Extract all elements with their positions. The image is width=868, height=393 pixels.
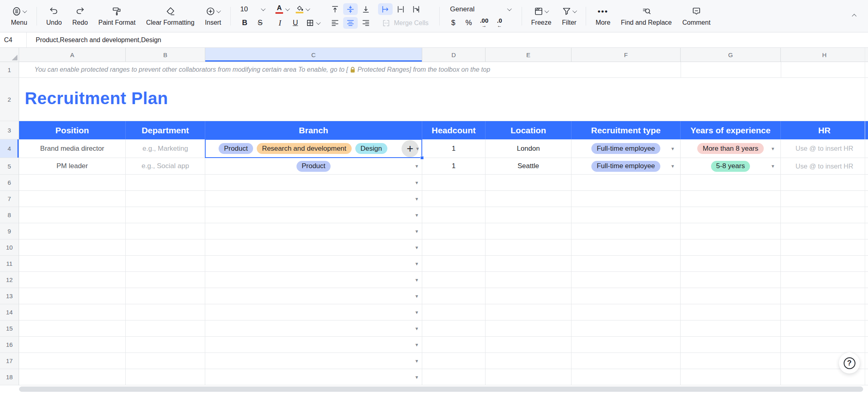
cell[interactable]	[126, 272, 205, 288]
cell[interactable]	[422, 175, 486, 191]
chevron-down-icon[interactable]: ▼	[415, 375, 419, 380]
cell[interactable]	[486, 223, 572, 239]
row-header[interactable]: 7	[0, 191, 19, 207]
column-header-f[interactable]: F	[572, 48, 681, 62]
cell[interactable]	[781, 207, 868, 223]
row-header[interactable]: 12	[0, 272, 19, 288]
row-header[interactable]: 10	[0, 239, 19, 256]
column-header-c[interactable]: C	[205, 48, 422, 62]
column-header-g[interactable]: G	[681, 48, 781, 62]
chevron-down-icon[interactable]: ▼	[670, 146, 675, 151]
chevron-down-icon[interactable]: ▼	[415, 278, 419, 282]
row-header[interactable]: 3	[0, 121, 19, 139]
cell-branch[interactable]: ▼	[205, 256, 422, 272]
formula-input[interactable]: Product,Research and development,Design	[27, 36, 868, 44]
cell[interactable]	[126, 239, 205, 256]
cell[interactable]	[422, 337, 486, 353]
fill-color-button[interactable]	[293, 3, 312, 15]
cell[interactable]	[422, 272, 486, 288]
cell[interactable]	[781, 288, 868, 304]
decrease-decimal-button[interactable]: .0←	[492, 17, 507, 29]
text-overflow-button[interactable]	[378, 3, 393, 15]
font-size-select[interactable]: 10	[237, 3, 268, 15]
chevron-down-icon[interactable]: ▼	[415, 310, 419, 315]
cell[interactable]	[126, 288, 205, 304]
cell[interactable]	[572, 207, 681, 223]
row-header[interactable]: 18	[0, 369, 19, 385]
cell-branch[interactable]: ▼	[205, 304, 422, 320]
cell[interactable]	[572, 337, 681, 353]
tag-research-development[interactable]: Research and development	[257, 143, 352, 154]
cell-years-experience[interactable]: More than 8 years▼	[681, 139, 781, 158]
cell[interactable]	[572, 272, 681, 288]
row-header[interactable]: 5	[0, 158, 19, 175]
row-header[interactable]: 16	[0, 337, 19, 353]
cell-branch[interactable]: ▼	[205, 207, 422, 223]
cell[interactable]	[126, 369, 205, 385]
cell-branch[interactable]: ▼	[205, 320, 422, 337]
borders-button[interactable]	[303, 17, 323, 29]
cell[interactable]	[681, 191, 781, 207]
chevron-down-icon[interactable]: ▼	[415, 196, 419, 201]
align-right-button[interactable]	[359, 17, 373, 29]
cell-branch[interactable]: ▼	[205, 272, 422, 288]
row-header[interactable]: 13	[0, 288, 19, 304]
cell[interactable]	[126, 223, 205, 239]
chevron-down-icon[interactable]: ▼	[415, 245, 419, 250]
cell[interactable]	[681, 175, 781, 191]
cell[interactable]	[781, 337, 868, 353]
notice-cell[interactable]: You can enable protected ranges to preve…	[19, 62, 868, 78]
chevron-down-icon[interactable]: ▼	[415, 180, 419, 185]
chevron-down-icon[interactable]: ▼	[771, 164, 775, 169]
cell[interactable]	[422, 320, 486, 337]
cell[interactable]	[681, 353, 781, 369]
chevron-down-icon[interactable]: ▼	[415, 164, 419, 169]
cell-branch-selected[interactable]: Product Research and development Design …	[205, 139, 422, 158]
tag-more-than-8-years[interactable]: More than 8 years	[697, 143, 763, 154]
cell[interactable]	[781, 272, 868, 288]
cell[interactable]	[572, 304, 681, 320]
cell-branch[interactable]: ▼	[205, 353, 422, 369]
cell-location[interactable]: London	[486, 139, 572, 158]
cell[interactable]	[486, 304, 572, 320]
paint-format-button[interactable]: Paint Format	[93, 2, 141, 31]
cell[interactable]	[572, 288, 681, 304]
cell[interactable]	[681, 272, 781, 288]
vertical-scrollbar[interactable]	[865, 48, 865, 385]
chevron-down-icon[interactable]: ▼	[771, 146, 775, 151]
comment-button[interactable]: Comment	[677, 2, 715, 31]
cell[interactable]	[422, 239, 486, 256]
cell[interactable]	[781, 191, 868, 207]
row-header[interactable]: 17	[0, 353, 19, 369]
row-header[interactable]: 14	[0, 304, 19, 320]
chevron-down-icon[interactable]: ▼	[415, 229, 419, 234]
table-header-department[interactable]: Department	[126, 121, 205, 139]
fill-handle[interactable]	[420, 156, 424, 160]
cell[interactable]	[19, 304, 126, 320]
chevron-down-icon[interactable]: ▼	[415, 342, 419, 347]
cell[interactable]	[19, 353, 126, 369]
align-center-button[interactable]	[343, 17, 358, 29]
column-header-b[interactable]: B	[126, 48, 205, 62]
cell[interactable]	[572, 239, 681, 256]
cell-branch[interactable]: Product▼	[205, 158, 422, 175]
increase-decimal-button[interactable]: .00→	[477, 17, 492, 29]
cell-branch[interactable]: ▼	[205, 239, 422, 256]
column-header-h[interactable]: H	[781, 48, 868, 62]
table-header-recruitment-type[interactable]: Recruitment type	[572, 121, 681, 139]
italic-button[interactable]: I	[273, 17, 287, 29]
cell-headcount[interactable]: 1	[422, 139, 486, 158]
find-replace-button[interactable]: Find and Replace	[616, 2, 677, 31]
cell[interactable]	[126, 175, 205, 191]
collapse-toolbar-button[interactable]	[846, 15, 862, 18]
clear-formatting-button[interactable]: Clear Formatting	[141, 2, 200, 31]
menu-button[interactable]: Menu	[6, 2, 32, 31]
chevron-down-icon[interactable]: ▼	[415, 294, 419, 299]
cell-recruitment-type[interactable]: Full-time employee▼	[572, 158, 681, 175]
cell[interactable]	[422, 223, 486, 239]
cell[interactable]	[781, 304, 868, 320]
valign-middle-button[interactable]	[343, 3, 358, 15]
cell[interactable]	[19, 191, 126, 207]
row-header[interactable]: 11	[0, 256, 19, 272]
underline-button[interactable]: U	[288, 17, 303, 29]
